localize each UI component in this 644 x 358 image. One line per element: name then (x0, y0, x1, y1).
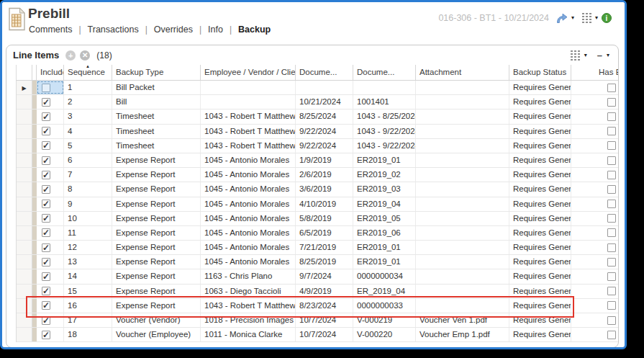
cell-include[interactable] (37, 212, 64, 225)
table-row[interactable]: ▶1Bill PacketRequires Gener... (17, 81, 618, 95)
cell-employee[interactable]: 1018 - Precision Images (201, 313, 296, 327)
has-e-checkbox[interactable] (607, 258, 616, 267)
cell-backup_status[interactable]: Requires Gener... (509, 139, 571, 153)
cell-backup_status[interactable]: Requires Gener... (509, 328, 571, 341)
has-e-checkbox[interactable] (607, 272, 616, 281)
cell-attachment[interactable] (416, 125, 509, 138)
table-row[interactable]: 18Voucher (Employee)1011 - Monica Clarke… (17, 328, 618, 342)
cell-sequence[interactable]: 13 (64, 255, 112, 269)
table-row[interactable]: 17Voucher (Vendor)1018 - Precision Image… (17, 313, 618, 328)
cell-has_e[interactable] (571, 81, 618, 94)
has-e-checkbox[interactable] (607, 200, 616, 208)
cell-selector[interactable] (17, 95, 32, 109)
cell-sequence[interactable]: 7 (64, 168, 112, 182)
has-e-checkbox[interactable] (607, 84, 616, 92)
cell-doc_number[interactable]: V-000219 (353, 313, 416, 327)
cell-selector[interactable] (17, 212, 32, 225)
cell-has_e[interactable] (571, 226, 618, 240)
cell-selector[interactable] (17, 241, 32, 254)
cell-include[interactable] (37, 81, 64, 94)
include-checkbox[interactable] (42, 243, 50, 252)
cell-doc_date[interactable]: 10/21/2024 (296, 95, 353, 109)
chevron-down-icon[interactable]: ▾ (607, 52, 609, 59)
include-checkbox[interactable] (42, 272, 50, 281)
include-checkbox[interactable] (42, 171, 50, 179)
cell-selector[interactable] (17, 313, 32, 327)
table-row[interactable]: 3Timesheet1043 - Robert T Matthew8/25/20… (17, 109, 618, 124)
cell-attachment[interactable] (416, 153, 509, 167)
cell-doc_number[interactable]: ER2019_01 (353, 153, 416, 167)
has-e-checkbox[interactable] (607, 316, 616, 325)
chevron-down-icon[interactable]: ▾ (584, 52, 587, 59)
cell-include[interactable] (37, 95, 64, 109)
cell-attachment[interactable] (416, 269, 509, 283)
cell-backup_type[interactable]: Timesheet (112, 109, 201, 123)
cell-include[interactable] (37, 182, 64, 196)
cell-has_e[interactable] (571, 139, 618, 153)
cell-backup_status[interactable]: Requires Gener... (509, 168, 571, 182)
cell-selector[interactable] (17, 299, 32, 313)
has-e-checkbox[interactable] (607, 185, 616, 194)
cell-selector[interactable] (17, 153, 32, 167)
cell-backup_status[interactable]: Requires Gener... (509, 182, 571, 196)
column-header-has_e[interactable]: Has E (571, 65, 618, 80)
cell-doc_number[interactable]: ER2019_05 (353, 212, 416, 225)
cell-selector[interactable] (17, 328, 32, 341)
cell-has_e[interactable] (571, 299, 618, 313)
has-e-checkbox[interactable] (607, 301, 616, 310)
cell-backup_status[interactable]: Requires Gener... (509, 269, 571, 283)
cell-attachment[interactable] (416, 182, 509, 196)
cell-employee[interactable]: 1045 - Antonio Morales (201, 255, 296, 269)
include-checkbox[interactable] (42, 112, 50, 121)
cell-sequence[interactable]: 8 (64, 182, 112, 196)
cell-employee[interactable]: 1163 - Chris Plano (201, 269, 296, 283)
tab-info[interactable]: Info (208, 24, 223, 35)
cell-include[interactable] (37, 139, 64, 153)
tab-comments[interactable]: Comments (29, 24, 72, 35)
cell-employee[interactable] (201, 95, 296, 109)
column-header-doc_number[interactable]: Docume... (353, 65, 416, 80)
cell-doc_date[interactable] (296, 81, 353, 94)
cell-employee[interactable]: 1043 - Robert T Matthew (201, 139, 296, 153)
cell-has_e[interactable] (571, 255, 618, 269)
cell-attachment[interactable] (416, 299, 509, 313)
tab-overrides[interactable]: Overrides (154, 24, 193, 35)
cell-attachment[interactable] (416, 109, 509, 123)
include-checkbox[interactable] (42, 331, 50, 339)
cell-backup_status[interactable]: Requires Gener... (509, 109, 571, 123)
cell-backup_type[interactable]: Expense Report (112, 212, 201, 225)
cell-doc_date[interactable]: 6/5/2019 (296, 226, 353, 240)
cell-doc_number[interactable]: 1043 - 9/22/2024 (353, 125, 416, 138)
include-checkbox[interactable] (42, 316, 50, 325)
chevron-down-icon[interactable]: ▾ (595, 14, 598, 22)
cell-doc_number[interactable]: ER_2019_04 (353, 285, 416, 298)
cell-sequence[interactable]: 16 (64, 299, 112, 313)
table-row[interactable]: 2Bill10/21/20241001401Requires Gener... (17, 95, 618, 109)
include-checkbox[interactable] (42, 301, 50, 310)
table-row[interactable]: 9Expense Report1045 - Antonio Morales4/1… (17, 197, 618, 212)
table-row[interactable]: 7Expense Report1045 - Antonio Morales2/6… (17, 168, 618, 182)
cell-selector[interactable] (17, 109, 32, 123)
table-row[interactable]: 6Expense Report1045 - Antonio Morales1/9… (17, 153, 618, 168)
cell-doc_number[interactable]: ER2019_01 (353, 241, 416, 254)
cell-backup_status[interactable]: Requires Gener... (509, 313, 571, 327)
cell-employee[interactable]: 1045 - Antonio Morales (201, 182, 296, 196)
cell-doc_number[interactable]: ER2019_02 (353, 168, 416, 182)
column-header-employee[interactable]: Employee / Vendor / Client (201, 65, 296, 80)
cell-doc_date[interactable]: 10/7/2024 (296, 328, 353, 341)
cell-doc_date[interactable]: 9/7/2024 (296, 269, 353, 283)
has-e-checkbox[interactable] (607, 141, 616, 150)
cell-doc_date[interactable]: 8/23/2024 (296, 299, 353, 313)
cell-employee[interactable]: 1045 - Antonio Morales (201, 212, 296, 225)
cell-has_e[interactable] (571, 95, 618, 109)
cell-doc_number[interactable] (353, 81, 416, 94)
has-e-checkbox[interactable] (607, 287, 616, 295)
cell-selector[interactable] (17, 197, 32, 211)
cell-backup_type[interactable]: Voucher (Vendor) (112, 313, 201, 327)
cell-backup_status[interactable]: Requires Gener... (509, 299, 571, 313)
cell-doc_number[interactable]: ER2019_03 (353, 182, 416, 196)
cell-doc_date[interactable]: 2/6/2019 (296, 168, 353, 182)
cell-backup_type[interactable]: Expense Report (112, 182, 201, 196)
cell-backup_status[interactable]: Requires Gener... (509, 125, 571, 138)
has-e-checkbox[interactable] (607, 112, 616, 121)
